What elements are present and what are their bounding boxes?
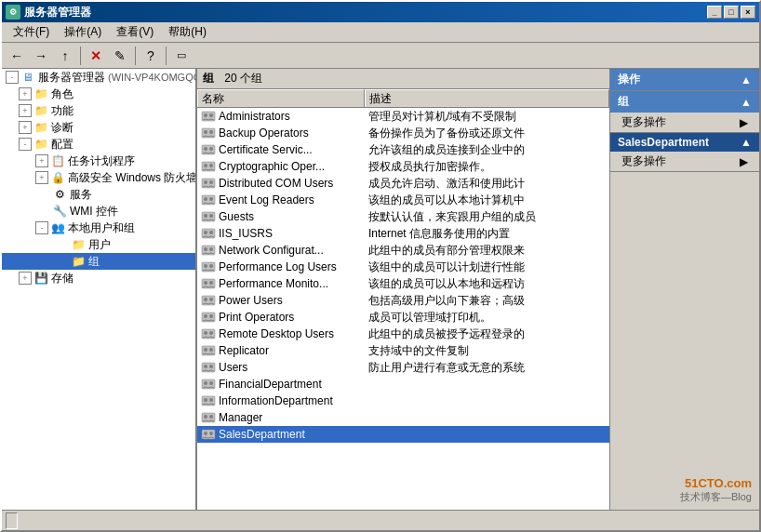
tree-item-storage[interactable]: + 💾 存储 [2,270,195,286]
actions-title-group[interactable]: 组 ▲ [610,91,759,113]
list-row-selected[interactable]: SalesDepartment [197,426,609,443]
actions-collapse-icon: ▲ [741,73,752,86]
group-icon [201,377,216,392]
properties-button[interactable]: ✎ [109,46,131,66]
list-row[interactable]: IIS_IUSRS Internet 信息服务使用的内置 [197,225,609,242]
tree-expand-features[interactable]: + [19,104,32,117]
menu-view[interactable]: 查看(V) [109,22,161,42]
svg-point-29 [209,264,213,268]
tree-expand-config[interactable]: - [19,138,32,151]
svg-point-32 [209,281,213,285]
tree-storage-label: 存储 [51,271,73,286]
title-buttons: _ □ × [707,6,755,19]
list-row[interactable]: Event Log Readers 该组的成员可以从本地计算机中 [197,192,609,208]
tree-item-groups[interactable]: 📁 组 [2,253,195,270]
tree-firewall-label: 高级安全 Windows 防火墙 [68,170,197,186]
tree-expand-diagnostics[interactable]: + [19,121,32,134]
actions-group-label: 组 [618,94,629,110]
tree-expand-localusers[interactable]: - [35,221,48,234]
group-icon [201,427,216,442]
firewall-icon: 🔒 [50,170,65,185]
svg-point-55 [204,415,207,419]
toolbar: ← → ↑ ✕ ✎ ? ▭ [2,43,759,69]
actions-more-group[interactable]: 更多操作 ▶ [610,113,759,132]
minimize-button[interactable]: _ [707,6,722,19]
back-button[interactable]: ← [6,46,28,66]
delete-button[interactable]: ✕ [85,46,107,66]
tree-item-config[interactable]: - 📁 配置 [2,136,195,153]
list-row[interactable]: Performance Log Users 该组中的成员可以计划进行性能 [197,259,609,275]
row-name: Manager [219,411,262,424]
group-icon [201,226,216,241]
list-row[interactable]: Replicator 支持域中的文件复制 [197,342,609,359]
list-row[interactable]: FinancialDepartment [197,376,609,392]
col-header-name[interactable]: 名称 [197,89,365,107]
row-name: Backup Operators [219,126,309,140]
svg-point-4 [204,130,207,134]
col-header-desc[interactable]: 描述 [365,89,609,107]
menu-file[interactable]: 文件(F) [6,22,57,42]
tree-expand-roles[interactable]: + [19,87,32,100]
actions-title-main[interactable]: 操作 ▲ [610,69,759,90]
list-row[interactable]: Administrators 管理员对计算机/域有不受限制 [197,108,609,125]
svg-point-38 [209,314,213,318]
actions-section-group: 组 ▲ 更多操作 ▶ [610,91,759,133]
tree-item-diagnostics[interactable]: + 📁 诊断 [2,119,195,136]
list-row[interactable]: InformationDepartment [197,392,609,409]
list-row[interactable]: Distributed COM Users 成员允许启动、激活和使用此计 [197,175,609,192]
maximize-button[interactable]: □ [724,6,739,19]
forward-button[interactable]: → [30,46,52,66]
roles-icon: 📁 [33,86,48,101]
tree-item-task[interactable]: + 📋 任务计划程序 [2,153,195,169]
tree-expand-task[interactable]: + [35,154,48,167]
list-row[interactable]: Network Configurat... 此组中的成员有部分管理权限来 [197,242,609,259]
features-icon: 📁 [33,103,48,118]
tree-item-firewall[interactable]: + 🔒 高级安全 Windows 防火墙 [2,169,195,186]
list-row[interactable]: Manager [197,409,609,426]
list-panel-count-text: 20 个组 [224,71,262,86]
tree-item-services[interactable]: ⚙ 服务 [2,186,195,203]
actions-title-salesdept[interactable]: SalesDepartment ▲ [610,133,759,152]
tree-root[interactable]: - 🖥 服务器管理器 (WIN-VP4KOMGQQQ9 [2,69,195,86]
svg-point-46 [204,365,207,368]
tree-diagnostics-label: 诊断 [51,120,73,136]
up-button[interactable]: ↑ [54,46,76,66]
list-row[interactable]: Cryptographic Oper... 授权成员执行加密操作。 [197,158,609,175]
svg-point-47 [209,365,213,368]
list-row[interactable]: Print Operators 成员可以管理域打印机。 [197,309,609,326]
group-icon [201,243,216,258]
menu-action[interactable]: 操作(A) [57,22,109,42]
help-button[interactable]: ? [140,46,162,66]
list-row[interactable]: Certificate Servic... 允许该组的成员连接到企业中的 [197,141,609,158]
list-row[interactable]: Performance Monito... 该组的成员可以从本地和远程访 [197,275,609,292]
menu-help[interactable]: 帮助(H) [161,22,214,42]
actions-more-salesdept[interactable]: 更多操作 ▶ [610,152,759,171]
svg-point-59 [209,432,213,435]
tree-expand-storage[interactable]: + [19,272,32,285]
show-hide-button[interactable]: ▭ [170,46,193,66]
list-row[interactable]: Power Users 包括高级用户以向下兼容；高级 [197,292,609,309]
list-row[interactable]: Users 防止用户进行有意或无意的系统 [197,359,609,376]
group-icon [201,142,216,157]
row-name: FinancialDepartment [219,378,322,391]
tree-item-roles[interactable]: + 📁 角色 [2,86,195,102]
tree-item-users[interactable]: 📁 用户 [2,236,195,253]
close-button[interactable]: × [741,6,755,19]
row-desc: 此组中的成员有部分管理权限来 [365,243,609,259]
tree-expand-firewall[interactable]: + [35,171,48,184]
tree-item-features[interactable]: + 📁 功能 [2,102,195,119]
list-row[interactable]: Guests 按默认认值，来宾跟用户组的成员 [197,208,609,225]
row-name: IIS_IUSRS [219,227,273,240]
row-desc: 授权成员执行加密操作。 [365,159,609,175]
svg-point-44 [209,348,213,352]
row-desc: 该组中的成员可以计划进行性能 [365,259,609,275]
list-row[interactable]: Backup Operators 备份操作员为了备份或还原文件 [197,125,609,141]
tree-expand-root[interactable]: - [6,71,19,84]
tree-item-wmi[interactable]: 🔧 WMI 控件 [2,203,195,219]
list-row[interactable]: Remote Desktop Users 此组中的成员被授予远程登录的 [197,326,609,342]
row-name: Power Users [219,294,283,307]
svg-point-41 [209,331,213,335]
tree-item-localusers[interactable]: - 👥 本地用户和组 [2,219,195,236]
row-desc: 成员允许启动、激活和使用此计 [365,176,609,192]
svg-point-26 [209,247,213,251]
